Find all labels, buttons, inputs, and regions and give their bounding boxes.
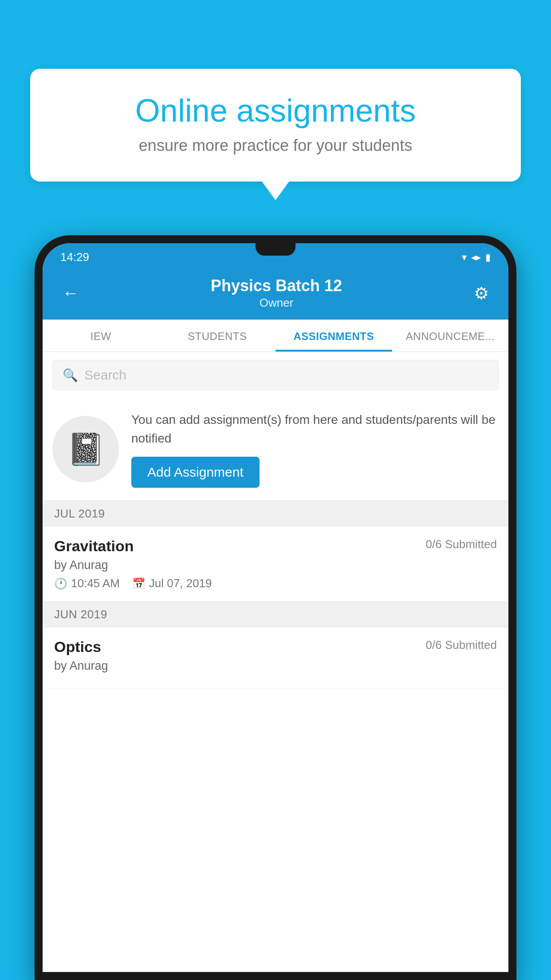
assignment-submitted-optics: 0/6 Submitted [426, 638, 497, 652]
back-button[interactable]: ← [59, 280, 83, 306]
phone-screen: 14:29 ▾ ◂▸ ▮ ← Physics Batch 12 Owner ⚙ … [43, 243, 508, 972]
tabs-bar: IEW STUDENTS ASSIGNMENTS ANNOUNCEME... [43, 320, 508, 352]
promo-content: You can add assignment(s) from here and … [131, 411, 499, 488]
speech-bubble-title: Online assignments [59, 93, 492, 128]
battery-icon: ▮ [485, 252, 491, 263]
assignment-item-gravitation[interactable]: Gravitation 0/6 Submitted by Anurag 🕐 10… [43, 527, 508, 601]
calendar-icon: 📅 [132, 577, 146, 590]
wifi-icon: ▾ [462, 252, 467, 263]
promo-text: You can add assignment(s) from here and … [131, 411, 499, 448]
assignment-by-gravitation: by Anurag [54, 558, 497, 572]
phone-notch [256, 243, 295, 256]
status-icons: ▾ ◂▸ ▮ [462, 252, 491, 263]
assignment-top-row-optics: Optics 0/6 Submitted [54, 638, 497, 656]
assignment-time: 🕐 10:45 AM [54, 577, 120, 590]
assignment-submitted-gravitation: 0/6 Submitted [426, 537, 497, 551]
phone-frame: 14:29 ▾ ◂▸ ▮ ← Physics Batch 12 Owner ⚙ … [35, 235, 516, 980]
tab-iew[interactable]: IEW [43, 320, 159, 352]
notebook-icon: 📓 [67, 431, 105, 467]
assignment-title-gravitation: Gravitation [54, 537, 134, 555]
promo-icon-circle: 📓 [52, 416, 119, 482]
add-assignment-promo: 📓 You can add assignment(s) from here an… [43, 398, 508, 501]
speech-bubble-subtitle: ensure more practice for your students [59, 136, 492, 155]
search-placeholder: Search [84, 368, 126, 383]
assignment-meta-gravitation: 🕐 10:45 AM 📅 Jul 07, 2019 [54, 577, 497, 590]
speech-bubble: Online assignments ensure more practice … [30, 69, 521, 182]
section-header-jul: JUL 2019 [43, 501, 508, 527]
assignment-by-optics: by Anurag [54, 659, 497, 673]
tab-students[interactable]: STUDENTS [159, 320, 276, 352]
app-header: ← Physics Batch 12 Owner ⚙ [43, 269, 508, 320]
batch-title: Physics Batch 12 [211, 277, 342, 295]
add-assignment-button[interactable]: Add Assignment [131, 457, 260, 488]
search-input-wrapper[interactable]: 🔍 Search [52, 360, 499, 390]
signal-icon: ◂▸ [471, 252, 481, 263]
search-icon: 🔍 [63, 368, 78, 383]
assignment-date-value: Jul 07, 2019 [149, 577, 212, 590]
assignment-date: 📅 Jul 07, 2019 [132, 577, 212, 590]
screen-content: 🔍 Search 📓 You can add assignment(s) fro… [43, 352, 508, 972]
settings-icon[interactable]: ⚙ [470, 280, 492, 307]
assignment-top-row: Gravitation 0/6 Submitted [54, 537, 497, 555]
tab-announcements[interactable]: ANNOUNCEME... [392, 320, 509, 352]
speech-bubble-container: Online assignments ensure more practice … [30, 69, 521, 182]
assignment-item-optics[interactable]: Optics 0/6 Submitted by Anurag [43, 628, 508, 688]
clock-icon: 🕐 [54, 577, 67, 590]
status-time: 14:29 [60, 250, 89, 264]
section-header-jun: JUN 2019 [43, 601, 508, 628]
header-title-group: Physics Batch 12 Owner [211, 277, 342, 310]
search-container: 🔍 Search [43, 352, 508, 398]
tab-assignments[interactable]: ASSIGNMENTS [276, 320, 392, 352]
assignment-time-value: 10:45 AM [71, 577, 120, 590]
assignment-title-optics: Optics [54, 638, 101, 656]
batch-subtitle: Owner [211, 296, 342, 310]
